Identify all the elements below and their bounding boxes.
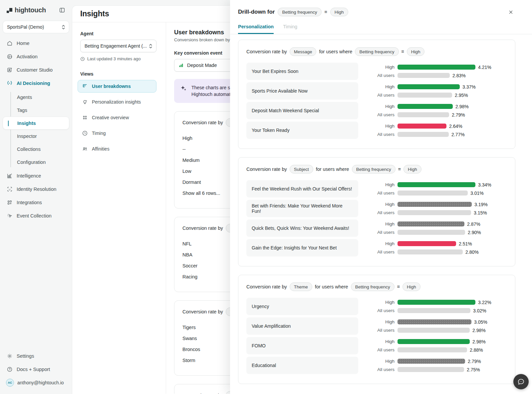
sidebar-nav-main: HomeActivationCustomer StudioAI Decision…	[3, 37, 69, 90]
view-item-personalization-insights[interactable]: Personalization insights	[78, 96, 156, 108]
chat-bubble-icon	[517, 378, 525, 386]
baseline-bar	[398, 328, 470, 333]
user-account[interactable]: AC anthony@hightouch.io	[3, 376, 69, 389]
bar-value: 2.79%	[452, 112, 465, 118]
filter-chip: Betting frequency	[351, 282, 395, 291]
value-bar	[398, 300, 475, 305]
sidebar-subnav: AgentsTagsInsightsInspectorCollectionsCo…	[3, 91, 69, 169]
drilldown-card-message: Conversion rate byMessagefor users where…	[238, 40, 515, 149]
sidebar-item-identity-resolution[interactable]: Identity Resolution	[3, 183, 69, 196]
bar-value: 2.80%	[465, 249, 479, 255]
filter-chip: Betting frequency	[355, 47, 399, 56]
view-item-user-breakdowns[interactable]: User breakdowns	[78, 80, 156, 93]
avatar: AC	[6, 379, 14, 387]
views-label: Views	[80, 71, 156, 77]
sidebar-subitem-insights[interactable]: Insights	[3, 117, 69, 130]
tab-personalization[interactable]: Personalization	[238, 24, 274, 34]
sidebar-item-home[interactable]: Home	[3, 37, 69, 50]
sidebar-collapse-icon[interactable]	[57, 5, 67, 15]
breakdown-card-title: Conversion rate by	[182, 309, 223, 314]
drilldown-card-subject: Conversion rate bySubjectfor users where…	[238, 157, 515, 266]
row-label: Value Amplification	[246, 317, 358, 335]
ai-banner-line2: Hightouch automati	[191, 92, 232, 97]
baseline-bar	[398, 73, 450, 78]
drilldown-card-theme: Conversion rate byThemefor users whereBe…	[238, 275, 515, 384]
drilldown-dimension-chip: Betting frequency	[278, 8, 321, 16]
identity-resolution-icon	[7, 186, 13, 192]
primary-series-label: High	[363, 339, 398, 344]
sidebar-item-label: Activation	[17, 54, 38, 59]
sidebar-subitem-tags[interactable]: Tags	[3, 104, 69, 117]
bar-value: 2.77%	[451, 132, 465, 137]
sidebar-item-label: Customer Studio	[17, 67, 53, 73]
baseline-bar	[398, 132, 449, 137]
drilldown-row: Bet with Friends: Make Your Weekend More…	[246, 200, 507, 217]
view-item-creative-overview[interactable]: Creative overview	[78, 111, 156, 124]
drilldown-row: Quick Bets, Quick Wins: Your Weekend Awa…	[246, 219, 507, 237]
key-conversion-event-value: Deposit Made	[187, 63, 217, 68]
sidebar-item-customer-studio[interactable]: Customer Studio	[3, 63, 69, 77]
row-label: FOMO	[246, 337, 358, 354]
bar-value: 3.05%	[474, 319, 487, 325]
row-label: Your Token Ready	[246, 122, 358, 139]
hightouch-logo-icon	[7, 7, 13, 13]
sidebar-item-label: Docs + Support	[17, 367, 50, 372]
operator-text: =	[398, 167, 401, 172]
dimension-chip[interactable]: Theme	[290, 282, 312, 291]
baseline-series-label: All users	[363, 249, 398, 254]
sidebar-item-ai-decisioning[interactable]: AI Decisioning	[3, 77, 69, 90]
drilldown-row: Sports Price Available NowHigh3.37%All u…	[246, 82, 507, 100]
sidebar-subitem-inspector[interactable]: Inspector	[3, 130, 69, 143]
bar-value: 2.87%	[467, 221, 480, 227]
bar-value: 2.75%	[467, 367, 480, 372]
sidebar-item-label: Home	[17, 41, 30, 46]
drilldown-card-middle: for users where	[315, 284, 348, 289]
agent-select[interactable]: Betting Engagement Agent (...	[80, 40, 156, 52]
workspace-name: SportsPal (Demo)	[7, 24, 44, 30]
sidebar-item-integrations[interactable]: Integrations	[3, 196, 69, 209]
value-bar	[398, 241, 456, 246]
row-label: Bet with Friends: Make Your Weekend More…	[246, 200, 358, 217]
bar-value: 2.98%	[455, 104, 469, 109]
primary-series-label: High	[363, 65, 398, 70]
value-chip: High	[403, 165, 421, 174]
sidebar-item-intelligence[interactable]: Intelligence	[3, 169, 69, 183]
sidebar-item-event-collection[interactable]: Event Collection	[3, 209, 69, 222]
row-label: Urgency	[246, 298, 358, 315]
sidebar-item-settings[interactable]: Settings	[3, 349, 69, 363]
breakdown-card-title: Conversion rate by	[182, 120, 223, 125]
lightbulb-icon	[82, 99, 88, 105]
bar-value: 2.98%	[472, 328, 486, 333]
value-bar	[398, 339, 470, 344]
sidebar-item-docs-support[interactable]: Docs + Support	[3, 363, 69, 376]
dimension-chip[interactable]: Subject	[290, 165, 313, 174]
sidebar-subitem-collections[interactable]: Collections	[3, 143, 69, 156]
view-item-affinities[interactable]: Affinities	[78, 143, 156, 155]
workspace-selector[interactable]: SportsPal (Demo)	[3, 21, 69, 33]
activation-icon	[7, 54, 13, 60]
sidebar: hightouch SportsPal (Demo) HomeActivatio…	[0, 0, 72, 394]
chat-widget-button[interactable]	[513, 374, 529, 389]
sidebar-item-activation[interactable]: Activation	[3, 50, 69, 63]
dimension-chip[interactable]: Message	[290, 47, 317, 56]
bar-value: 3.34%	[478, 182, 491, 188]
drilldown-row: UrgencyHigh3.22%All users3.02%	[246, 298, 507, 315]
drilldown-row: Your Token ReadyHigh2.64%All users2.77%	[246, 122, 507, 139]
baseline-bar	[398, 249, 463, 254]
sidebar-subitem-label: Tags	[17, 108, 27, 113]
drilldown-panel: Drill-down for Betting frequency = High …	[230, 0, 532, 394]
sidebar-subitem-label: Insights	[17, 121, 36, 126]
baseline-series-label: All users	[363, 308, 398, 313]
clock-icon	[82, 130, 88, 136]
filter-chip: Betting frequency	[352, 165, 396, 174]
row-label: Your Bet Expires Soon	[246, 63, 358, 80]
baseline-bar	[398, 308, 470, 313]
view-item-label: Affinities	[92, 146, 110, 152]
tab-timing[interactable]: Timing	[283, 24, 297, 34]
view-item-timing[interactable]: Timing	[78, 127, 156, 140]
sidebar-subitem-configuration[interactable]: Configuration	[3, 156, 69, 169]
close-icon[interactable]	[506, 7, 515, 17]
sidebar-subitem-agents[interactable]: Agents	[3, 91, 69, 104]
bar-value: 2.95%	[455, 93, 468, 98]
baseline-bar	[398, 210, 471, 215]
